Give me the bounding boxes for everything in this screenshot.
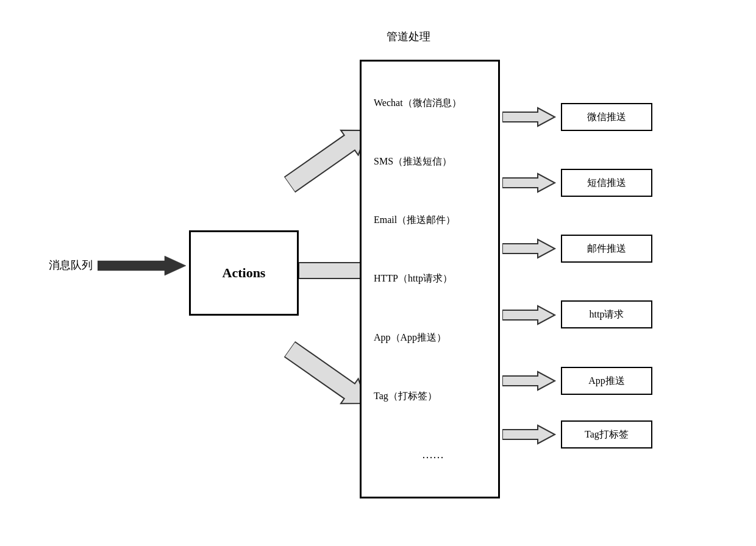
pipeline-item-wechat: Wechat（微信消息） (368, 92, 492, 115)
output-label-tag: Tag打标签 (585, 428, 629, 441)
output-box-email: 邮件推送 (561, 235, 652, 263)
arrow-to-email (502, 238, 557, 260)
actions-label: Actions (223, 265, 266, 281)
pipeline-item-tag: Tag（打标签） (368, 385, 492, 408)
arrow-to-http (502, 304, 557, 326)
arrow-to-tag (502, 424, 557, 445)
pipeline-item-http: HTTP（http请求） (368, 268, 492, 290)
pipeline-item-ellipsis: …… (368, 444, 492, 466)
pipeline-item-email: Email（推送邮件） (368, 209, 492, 232)
output-label-email: 邮件推送 (587, 243, 626, 255)
pipeline-box: Wechat（微信消息） SMS（推送短信） Email（推送邮件） HTTP（… (360, 60, 500, 498)
arrow-to-sms (502, 172, 557, 194)
svg-marker-7 (502, 306, 555, 324)
output-label-http: http请求 (590, 308, 624, 321)
pipeline-item-sms: SMS（推送短信） (368, 151, 492, 173)
svg-marker-9 (502, 425, 555, 444)
diagram: 管道处理 消息队列 Actions Wechat（微信消息） SMS（推送短信）… (43, 23, 713, 523)
output-box-sms: 短信推送 (561, 169, 652, 197)
pipeline-title: 管道处理 (341, 29, 476, 44)
arrow-to-wechat (502, 106, 557, 128)
pipeline-item-app: App（App推送） (368, 327, 492, 349)
svg-marker-6 (502, 239, 555, 258)
msg-queue-label: 消息队列 (49, 258, 93, 272)
output-box-app: App推送 (561, 367, 652, 395)
output-box-wechat: 微信推送 (561, 103, 652, 131)
output-box-tag: Tag打标签 (561, 420, 652, 448)
arrow-mq-to-actions (98, 254, 189, 278)
output-box-http: http请求 (561, 300, 652, 328)
actions-box: Actions (189, 230, 299, 316)
svg-marker-8 (502, 372, 555, 390)
output-label-app: App推送 (588, 375, 625, 388)
svg-marker-4 (502, 108, 555, 126)
arrow-to-app (502, 370, 557, 392)
output-label-sms: 短信推送 (587, 177, 626, 190)
svg-marker-0 (98, 256, 186, 275)
svg-marker-5 (502, 174, 555, 192)
output-label-wechat: 微信推送 (587, 111, 626, 124)
